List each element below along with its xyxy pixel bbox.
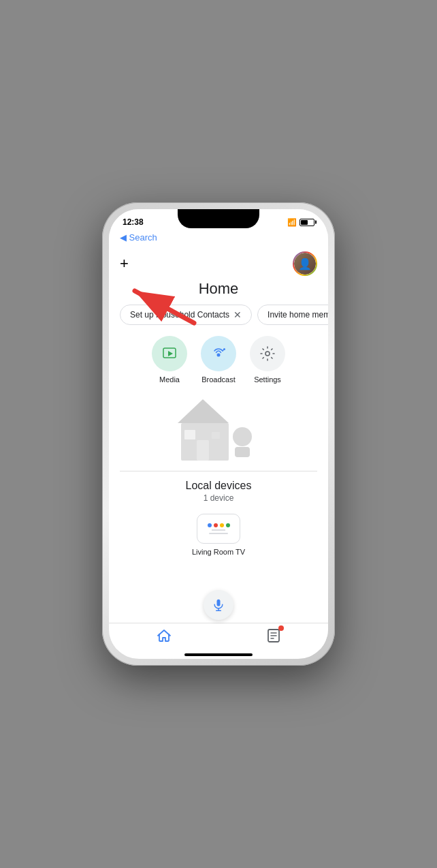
battery-icon xyxy=(300,219,314,226)
svg-marker-3 xyxy=(168,351,173,356)
media-icon xyxy=(161,345,178,362)
dot-red xyxy=(214,523,218,527)
device-name-tv: Living Room TV xyxy=(192,548,245,556)
chip-household-label: Set up Household Contacts xyxy=(130,310,229,320)
broadcast-label: Broadcast xyxy=(201,375,236,384)
page-title: Home xyxy=(109,279,328,305)
tv-icon-box xyxy=(197,514,240,544)
phone-frame: 12:38 📶 ◀ Search xyxy=(102,202,335,666)
activity-badge xyxy=(278,625,284,631)
svg-point-4 xyxy=(217,354,221,357)
back-label[interactable]: ◀ Search xyxy=(120,232,157,243)
quick-actions: Media Broadcast xyxy=(109,325,328,389)
mic-button[interactable] xyxy=(204,590,233,620)
settings-label: Settings xyxy=(254,375,281,384)
nav-activity[interactable] xyxy=(265,627,282,644)
home-indicator xyxy=(109,649,328,659)
action-broadcast[interactable]: Broadcast xyxy=(201,336,236,384)
media-icon-wrap xyxy=(152,336,187,371)
svg-rect-13 xyxy=(235,447,250,457)
home-nav-icon xyxy=(156,627,172,644)
chip-invite[interactable]: Invite home member xyxy=(257,305,328,325)
dot-blue xyxy=(208,523,212,527)
device-card-tv[interactable]: Living Room TV xyxy=(109,508,328,561)
svg-rect-15 xyxy=(217,600,221,606)
chip-household[interactable]: Set up Household Contacts ✕ xyxy=(120,305,252,325)
svg-rect-10 xyxy=(197,440,209,461)
house-illustration xyxy=(109,389,328,471)
svg-point-12 xyxy=(233,427,252,446)
settings-icon xyxy=(259,345,276,362)
avatar[interactable]: 👤 xyxy=(293,251,317,276)
back-nav[interactable]: ◀ Search xyxy=(109,230,328,246)
nav-home[interactable] xyxy=(156,627,172,644)
header-row: + 👤 xyxy=(109,246,328,279)
svg-rect-11 xyxy=(184,430,195,439)
local-devices-section: Local devices 1 device xyxy=(109,471,328,508)
wifi-icon: 📶 xyxy=(287,218,297,227)
svg-point-7 xyxy=(265,352,270,356)
chips-row: Set up Household Contacts ✕ Invite home … xyxy=(109,305,328,325)
media-label: Media xyxy=(159,375,180,384)
status-icons: 📶 xyxy=(287,218,314,227)
chip-invite-label: Invite home member xyxy=(268,310,328,320)
chip-household-close[interactable]: ✕ xyxy=(233,309,242,320)
local-devices-count: 1 device xyxy=(120,493,317,503)
dot-yellow xyxy=(220,523,224,527)
tv-dots xyxy=(208,523,230,527)
home-bar xyxy=(184,653,253,656)
settings-icon-wrap xyxy=(250,336,285,371)
status-time: 12:38 xyxy=(123,217,144,227)
notch xyxy=(178,209,259,228)
local-devices-title: Local devices xyxy=(120,480,317,492)
broadcast-icon xyxy=(210,345,227,362)
main-content: + 👤 Home Set up Household Contacts ✕ Inv… xyxy=(109,246,328,585)
action-media[interactable]: Media xyxy=(152,336,187,384)
mic-bar xyxy=(109,585,328,623)
dot-green xyxy=(226,523,230,527)
mic-icon xyxy=(212,598,225,612)
action-settings[interactable]: Settings xyxy=(250,336,285,384)
tv-base xyxy=(209,533,228,534)
phone-screen: 12:38 📶 ◀ Search xyxy=(109,209,328,659)
house-svg xyxy=(164,392,273,467)
svg-point-6 xyxy=(223,348,225,350)
bottom-nav xyxy=(109,623,328,649)
broadcast-icon-wrap xyxy=(201,336,236,371)
add-button[interactable]: + xyxy=(120,256,129,271)
svg-rect-14 xyxy=(212,432,220,439)
tv-stand xyxy=(212,529,225,531)
svg-marker-9 xyxy=(178,399,229,423)
